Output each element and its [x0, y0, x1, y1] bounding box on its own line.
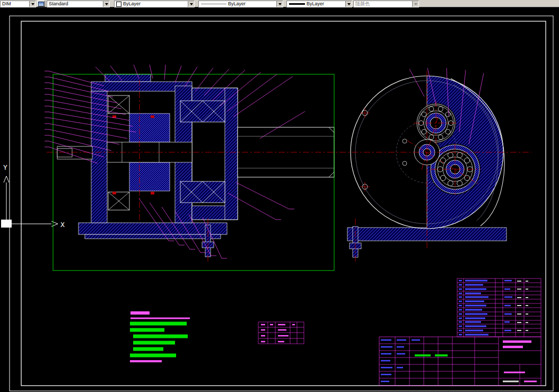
lineweight-value: ByLayer: [305, 1, 345, 7]
title-block: [379, 337, 541, 386]
top-toolbar: DIM Standard ByLayer ByLayer ByLayer 随颜色: [0, 0, 559, 7]
mini-table: [258, 322, 304, 344]
linetype-dropdown-button[interactable]: [276, 1, 283, 7]
ucs-icon: Y X: [1, 163, 65, 229]
lineweight-dropdown-button[interactable]: [345, 1, 352, 7]
plot-style-combo: 随颜色: [353, 1, 419, 7]
linetype-combo[interactable]: ByLayer: [198, 1, 283, 7]
chevron-down-icon: [190, 3, 193, 5]
dim-style-combo[interactable]: DIM: [0, 1, 36, 7]
text-style-value: Standard: [47, 1, 103, 7]
dim-style-value: DIM: [1, 1, 29, 7]
lineweight-combo[interactable]: ByLayer: [286, 1, 352, 7]
drawing-canvas[interactable]: Y X: [0, 7, 559, 392]
color-value: ByLayer: [121, 1, 188, 7]
text-style-dropdown-button[interactable]: [103, 1, 109, 7]
text-style-combo[interactable]: Standard: [47, 1, 110, 7]
chevron-down-icon: [31, 3, 34, 5]
chevron-down-icon: [414, 3, 417, 5]
chevron-down-icon: [105, 3, 108, 5]
technical-notes: [130, 313, 190, 361]
chevron-down-icon: [278, 3, 282, 5]
style-manager-button[interactable]: [37, 1, 45, 7]
color-combo[interactable]: ByLayer: [114, 1, 195, 7]
style-dialog-icon: [38, 2, 44, 6]
ucs-y-label: Y: [3, 163, 7, 171]
parts-list-table: [457, 278, 541, 337]
dim-style-dropdown-button[interactable]: [29, 1, 36, 7]
color-swatch-icon: [116, 2, 121, 7]
color-dropdown-button[interactable]: [188, 1, 194, 7]
linetype-value: ByLayer: [226, 1, 276, 7]
linetype-preview-icon: [201, 4, 226, 4]
plot-style-value: 随颜色: [354, 1, 412, 7]
chevron-down-icon: [347, 3, 351, 5]
lineweight-preview-icon: [289, 3, 305, 5]
plot-style-dropdown-button: [412, 1, 418, 7]
ucs-x-label: X: [60, 221, 65, 229]
front-section-view: [57, 74, 334, 257]
cad-drawing: Y X: [0, 7, 559, 392]
